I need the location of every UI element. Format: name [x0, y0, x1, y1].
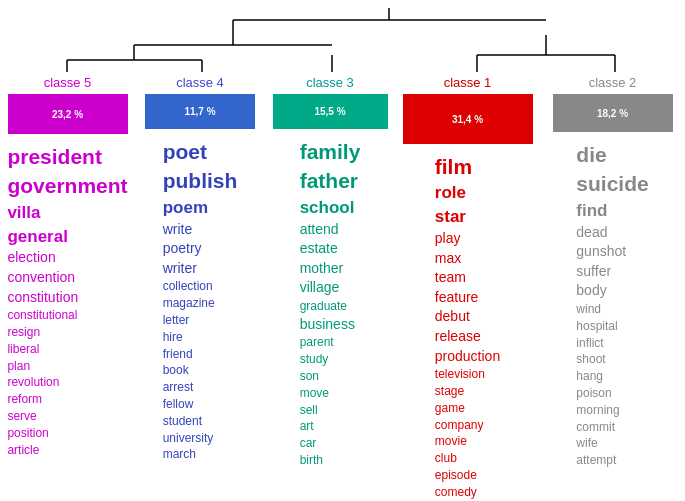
word-item: publish	[163, 166, 238, 195]
word-item: estate	[300, 239, 338, 259]
class5-pct: 23,2 %	[52, 109, 83, 120]
class2-label: classe 2	[589, 75, 637, 90]
word-item: student	[163, 413, 202, 430]
word-item: business	[300, 315, 355, 335]
word-item: move	[300, 385, 329, 402]
word-item: election	[7, 248, 55, 268]
class4-pct: 11,7 %	[184, 106, 215, 117]
word-item: morning	[576, 402, 619, 419]
word-item: position	[7, 425, 48, 442]
word-item: attempt	[576, 452, 616, 469]
class4-bar: 11,7 %	[145, 94, 255, 129]
word-item: reform	[7, 391, 42, 408]
class1-word-list: filmrolestarplaymaxteamfeaturedebutrelea…	[435, 152, 500, 501]
word-item: company	[435, 417, 484, 434]
word-item: family	[300, 137, 361, 166]
word-item: constitution	[7, 288, 78, 308]
class5-bar: 23,2 %	[8, 94, 128, 134]
class3-label: classe 3	[306, 75, 354, 90]
word-item: write	[163, 220, 193, 240]
columns-container: classe 5 23,2 % presidentgovernmentvilla…	[0, 75, 685, 501]
word-item: government	[7, 171, 127, 200]
class1-pct: 31,4 %	[452, 114, 483, 125]
word-item: liberal	[7, 341, 39, 358]
class1-label: classe 1	[444, 75, 492, 90]
word-item: poison	[576, 385, 611, 402]
word-item: television	[435, 366, 485, 383]
word-item: film	[435, 152, 472, 181]
word-item: dead	[576, 223, 607, 243]
word-item: suicide	[576, 169, 648, 198]
word-item: wife	[576, 435, 597, 452]
word-item: production	[435, 347, 500, 367]
word-item: star	[435, 205, 466, 229]
class-4-column: classe 4 11,7 % poetpublishpoemwritepoet…	[135, 75, 265, 463]
class3-bar: 15,5 %	[273, 94, 388, 129]
class-2-column: classe 2 18,2 % diesuicidefinddeadgunsho…	[540, 75, 685, 469]
class3-word-list: familyfatherschoolattendestatemothervill…	[300, 137, 361, 469]
word-item: suffer	[576, 262, 611, 282]
class3-pct: 15,5 %	[314, 106, 345, 117]
word-item: magazine	[163, 295, 215, 312]
word-item: car	[300, 435, 317, 452]
word-item: art	[300, 418, 314, 435]
word-item: revolution	[7, 374, 59, 391]
word-item: role	[435, 181, 466, 205]
word-item: feature	[435, 288, 479, 308]
word-item: shoot	[576, 351, 605, 368]
class2-bar: 18,2 %	[553, 94, 673, 132]
class2-word-list: diesuicidefinddeadgunshotsufferbodywindh…	[576, 140, 648, 469]
word-item: constitutional	[7, 307, 77, 324]
word-item: serve	[7, 408, 36, 425]
class5-label: classe 5	[44, 75, 92, 90]
word-item: max	[435, 249, 461, 269]
word-item: poet	[163, 137, 207, 166]
word-item: book	[163, 362, 189, 379]
word-item: hire	[163, 329, 183, 346]
word-item: friend	[163, 346, 193, 363]
word-item: body	[576, 281, 606, 301]
class-5-column: classe 5 23,2 % presidentgovernmentvilla…	[0, 75, 135, 458]
word-item: find	[576, 199, 607, 223]
word-item: parent	[300, 334, 334, 351]
word-item: debut	[435, 307, 470, 327]
word-item: comedy	[435, 484, 477, 501]
word-item: convention	[7, 268, 75, 288]
word-item: graduate	[300, 298, 347, 315]
word-item: resign	[7, 324, 40, 341]
word-item: villa	[7, 201, 40, 225]
word-item: movie	[435, 433, 467, 450]
word-item: study	[300, 351, 329, 368]
word-item: son	[300, 368, 319, 385]
word-item: mother	[300, 259, 344, 279]
word-item: release	[435, 327, 481, 347]
word-item: university	[163, 430, 214, 447]
word-item: club	[435, 450, 457, 467]
word-item: writer	[163, 259, 197, 279]
class5-word-list: presidentgovernmentvillageneralelectionc…	[7, 142, 127, 458]
class4-word-list: poetpublishpoemwritepoetrywritercollecti…	[163, 137, 238, 463]
word-item: fellow	[163, 396, 194, 413]
word-item: poetry	[163, 239, 202, 259]
word-item: die	[576, 140, 606, 169]
word-item: wind	[576, 301, 601, 318]
word-item: letter	[163, 312, 190, 329]
word-item: collection	[163, 278, 213, 295]
word-item: plan	[7, 358, 30, 375]
word-item: play	[435, 229, 461, 249]
word-item: hospital	[576, 318, 617, 335]
word-item: president	[7, 142, 102, 171]
word-item: episode	[435, 467, 477, 484]
word-item: game	[435, 400, 465, 417]
word-item: team	[435, 268, 466, 288]
class-1-column: classe 1 31,4 % filmrolestarplaymaxteamf…	[395, 75, 540, 501]
class1-bar: 31,4 %	[403, 94, 533, 144]
dendrogram	[0, 0, 685, 80]
class2-pct: 18,2 %	[597, 108, 628, 119]
class-3-column: classe 3 15,5 % familyfatherschoolattend…	[265, 75, 395, 469]
word-item: stage	[435, 383, 464, 400]
word-item: arrest	[163, 379, 194, 396]
word-item: commit	[576, 419, 615, 436]
word-item: sell	[300, 402, 318, 419]
word-item: general	[7, 225, 67, 249]
